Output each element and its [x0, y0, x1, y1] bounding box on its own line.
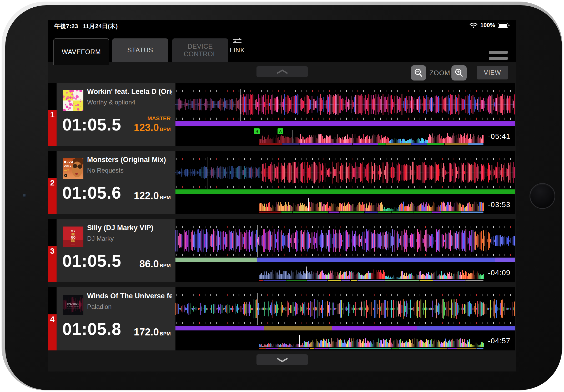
deck-info-panel[interactable]: Winds Of The Universe feat… Paladion 01:… [57, 287, 175, 350]
phrase-bar [175, 189, 515, 194]
view-button-label: VIEW [484, 69, 501, 76]
zoom-in-button[interactable] [451, 65, 467, 81]
deck-number-strip: 3 [48, 219, 57, 282]
remaining-time: -05:41 [488, 132, 510, 141]
deck-row: 2 Monsters (Original Mix) No Requests 01… [48, 151, 515, 214]
scroll-down-button[interactable] [256, 354, 308, 365]
main-waveform[interactable] [175, 83, 515, 121]
main-waveform[interactable] [175, 287, 515, 326]
elapsed-time: 01:05.5 [62, 115, 121, 134]
status-date: 11月24日(木) [83, 23, 118, 29]
phrase-bar [175, 121, 515, 126]
elapsed-time: 01:05.8 [62, 319, 121, 339]
hot-cue-marker[interactable]: A [278, 128, 283, 134]
deck-row: 4 Winds Of The Universe feat… Paladion 0… [48, 287, 515, 350]
waveform-panel: -05:41 HA [175, 83, 515, 146]
bpm-line: 122.0 BPM [134, 190, 171, 202]
overview-zone: -04:57 [175, 330, 515, 350]
bpm-unit: BPM [160, 195, 171, 200]
deck-number-badge: 1 [48, 110, 57, 146]
bpm-display: 122.0 BPM [134, 184, 171, 202]
overview-zone: -03:53 [175, 194, 515, 214]
track-title: Workin' feat. Leela D (Origi… [87, 88, 172, 96]
tab-waveform-label: WAVEFORM [62, 48, 101, 56]
tab-waveform[interactable]: WAVEFORM [53, 38, 109, 65]
deck-number-badge: 3 [48, 246, 57, 282]
remaining-time: -04:57 [488, 337, 510, 345]
tab-device-control[interactable]: DEVICE CONTROL [172, 38, 228, 62]
bpm-line: 123.0 BPM [134, 122, 171, 133]
bpm-value: 172.0 [134, 326, 159, 338]
deck-info-panel[interactable]: Silly (DJ Marky VIP) DJ Marky 01:05.5 86… [57, 219, 175, 282]
status-time: 午後7:23 [54, 23, 78, 29]
view-button[interactable]: VIEW [477, 66, 508, 79]
overview-waveform[interactable] [259, 335, 484, 349]
main-waveform[interactable] [175, 219, 515, 258]
phrase-segment [495, 258, 515, 262]
deck-list: 1 Workin' feat. Leela D (Origi… Worthy &… [48, 83, 515, 355]
deck-number-strip: 4 [48, 287, 57, 350]
phrase-segment [175, 121, 515, 126]
album-art [63, 227, 83, 247]
zoom-in-icon [454, 68, 464, 78]
phrase-segment [417, 326, 515, 330]
overview-zone: -04:09 [175, 262, 515, 282]
bpm-unit: BPM [160, 331, 171, 337]
deck-number: 3 [48, 246, 57, 256]
wifi-icon [469, 22, 478, 28]
status-bar: 午後7:2311月24日(木) 100% [48, 20, 516, 32]
elapsed-time: 01:05.5 [62, 251, 121, 271]
phrase-bar [175, 326, 515, 330]
bpm-value: 123.0 [134, 122, 159, 133]
bpm-value: 86.0 [139, 258, 159, 270]
elapsed-time: 01:05.6 [62, 183, 121, 203]
zoom-label: ZOOM [428, 69, 451, 77]
home-button[interactable] [530, 184, 555, 208]
front-camera [23, 194, 27, 198]
phrase-segment [175, 189, 515, 194]
phrase-segment [175, 326, 264, 330]
chevron-down-icon [276, 358, 288, 362]
track-title: Winds Of The Universe feat… [87, 292, 172, 300]
main-waveform[interactable] [175, 151, 515, 189]
battery-icon [498, 22, 510, 28]
zoom-out-icon [414, 68, 423, 78]
tab-status[interactable]: STATUS [112, 38, 168, 62]
waveform-panel: -04:09 [175, 219, 515, 282]
deck-info-panel[interactable]: Workin' feat. Leela D (Origi… Worthy & o… [57, 83, 175, 146]
deck-number: 4 [48, 314, 57, 324]
track-artist: Paladion [87, 303, 172, 310]
bpm-display: MASTER 123.0 BPM [134, 116, 171, 133]
zoom-out-button[interactable] [411, 65, 426, 81]
track-artist: No Requests [87, 167, 172, 174]
deck-number: 2 [48, 178, 57, 188]
overview-waveform[interactable] [259, 267, 484, 281]
link-icon [227, 37, 247, 46]
waveform-panel: -03:53 [175, 151, 515, 214]
deck-number-strip: 1 [48, 83, 57, 146]
track-artist: Worthy & option4 [87, 99, 172, 106]
deck-number: 1 [48, 110, 57, 119]
track-title: Monsters (Original Mix) [87, 156, 172, 164]
deck-info-panel[interactable]: Monsters (Original Mix) No Requests 01:0… [57, 151, 175, 214]
link-label: LINK [227, 47, 247, 54]
page: 午後7:2311月24日(木) 100% [0, 0, 564, 392]
link-button[interactable]: LINK [227, 37, 247, 62]
deck-number-badge: 4 [48, 314, 57, 350]
scroll-up-button[interactable] [256, 66, 308, 77]
track-title: Silly (DJ Marky VIP) [87, 224, 172, 232]
phrase-segment [332, 326, 417, 330]
battery-percent: 100% [480, 22, 495, 29]
album-art [63, 158, 83, 179]
overview-waveform[interactable] [259, 130, 484, 145]
remaining-time: -03:53 [488, 200, 510, 209]
deck-number-badge: 2 [48, 178, 57, 214]
hot-cue-marker[interactable]: H [254, 128, 260, 134]
status-datetime: 午後7:2311月24日(木) [54, 22, 123, 30]
master-badge: MASTER [147, 115, 171, 122]
phrase-segment [175, 258, 257, 262]
deck-row: 1 Workin' feat. Leela D (Origi… Worthy &… [48, 83, 515, 146]
content-area: ZOOM VIEW 1 [48, 62, 516, 371]
remaining-time: -04:09 [488, 269, 510, 277]
overview-waveform[interactable] [259, 198, 484, 213]
